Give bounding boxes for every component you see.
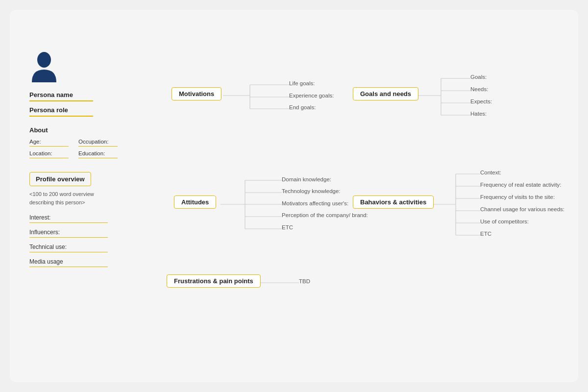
attitudes-item-3: Perception of the company/ brand: [282, 212, 368, 218]
about-label: About [29, 126, 142, 134]
influencers-field: Influencers: [29, 229, 108, 238]
goals-item-2: Expects: [470, 98, 492, 104]
svg-point-28 [37, 52, 51, 68]
persona-avatar [29, 49, 59, 83]
technical-use-field: Technical use: [29, 244, 108, 252]
frustrations-tbd: TBD [299, 278, 310, 284]
behaviors-item-5: ETC [480, 231, 491, 237]
attitudes-item-2: Motivators affecting user's: [282, 200, 348, 206]
behaviors-box: Bahaviors & activities [353, 196, 434, 209]
behaviors-item-4: Use of competitors: [480, 219, 529, 224]
frustrations-box: Frustrations & pain points [167, 274, 261, 288]
behaviors-item-1: Frequency of real estate activity: [480, 182, 562, 188]
behaviors-item-2: Frequency of visits to the site: [480, 194, 555, 200]
behaviors-item-3: Channel usage for various needs: [480, 206, 564, 212]
goals-item-0: Goals: [470, 74, 487, 80]
behaviors-item-0: Context: [480, 170, 501, 175]
attitudes-item-4: ETC [282, 224, 293, 230]
goals-item-3: Hates: [470, 111, 487, 117]
education-field: Education: [78, 150, 118, 158]
motivations-item-2: End goals: [289, 104, 316, 110]
goals-needs-box: Goals and needs [353, 87, 418, 100]
motivations-item-0: Life goals: [289, 80, 315, 86]
media-usage-field: Media usage [29, 258, 108, 267]
location-field: Location: [29, 150, 69, 158]
interest-field: Interest: [29, 214, 108, 223]
motivations-box: Motivations [172, 87, 221, 100]
motivations-item-1: Experience goals: [289, 93, 334, 98]
persona-name: Persona name [29, 91, 93, 101]
profile-desc: <100 to 200 word overviewdescribing this… [29, 190, 142, 206]
attitudes-item-1: Technology knowledge: [282, 188, 341, 194]
attitudes-box: Attitudes [174, 196, 216, 209]
attitudes-item-0: Domain knowledge: [282, 176, 331, 182]
age-field: Age: [29, 139, 69, 147]
occupation-field: Occupation: [78, 139, 118, 147]
persona-role: Persona role [29, 106, 93, 117]
profile-overview-box: Profile overview [29, 172, 91, 186]
goals-item-1: Needs: [470, 86, 488, 92]
